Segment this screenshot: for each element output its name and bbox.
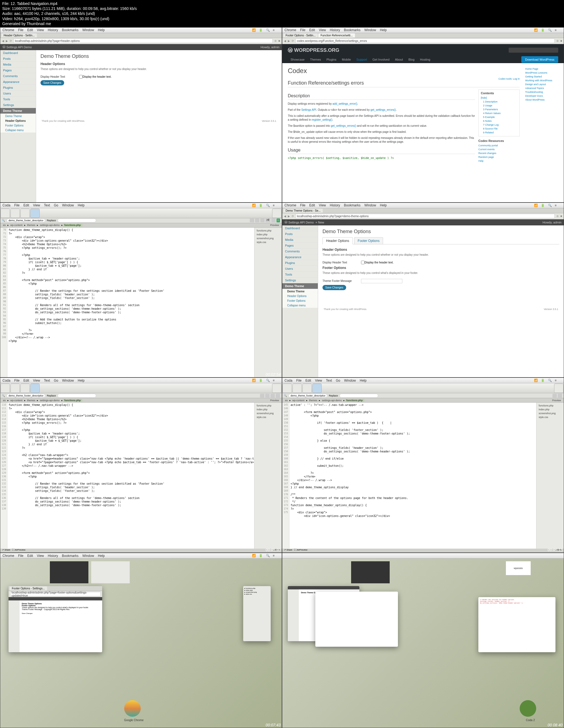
- desktop-thumb-label[interactable]: wpessto: [506, 561, 531, 575]
- nav-blog[interactable]: Blog: [406, 56, 417, 63]
- link-get-settings-errors[interactable]: get_settings_errors(): [370, 108, 396, 111]
- browser-tabbar[interactable]: Footer Options - Settin... Function Refe…: [282, 33, 564, 38]
- coda-sites-icon[interactable]: [1, 209, 10, 218]
- menubar[interactable]: ChromeFileEditViewHistoryBookmarksWindow…: [282, 28, 564, 33]
- menu-history[interactable]: History: [48, 28, 58, 32]
- display-header-checkbox[interactable]: [361, 261, 364, 264]
- nav-plugins[interactable]: Plugins: [324, 56, 339, 63]
- reload-icon[interactable]: ⟳: [291, 215, 294, 218]
- footer-message-input[interactable]: [361, 279, 402, 283]
- find-input[interactable]: [288, 394, 327, 398]
- wrench-icon[interactable]: ≡: [560, 39, 562, 42]
- expose-window-codex[interactable]: [315, 592, 398, 647]
- sidebar-sub-footer[interactable]: Footer Options: [0, 123, 36, 128]
- sidebar-item-demo-theme[interactable]: Demo Theme: [0, 108, 36, 114]
- sidebar-collapse[interactable]: Collapse menu: [0, 128, 36, 133]
- url-field[interactable]: localhost/wp-admin/admin.php?page=demo-t…: [295, 214, 555, 218]
- forward-icon[interactable]: ▶: [6, 39, 8, 42]
- file-item[interactable]: screenshot.png: [256, 236, 281, 240]
- replace-input[interactable]: [58, 219, 96, 222]
- sidebar-item-users[interactable]: Users: [0, 91, 36, 96]
- sidebar-item-media[interactable]: Media: [0, 62, 36, 68]
- nav-mobile[interactable]: Mobile: [339, 56, 353, 63]
- code-editor[interactable]: function demo_theme_options_display() { …: [7, 228, 254, 378]
- wp-admin-bar[interactable]: Ⓦ Settings API Demo Howdy, admin: [0, 44, 282, 50]
- find-next-icon[interactable]: [255, 219, 260, 222]
- tab-footer-options[interactable]: Footer Options: [354, 237, 383, 244]
- new-button[interactable]: + New: [315, 221, 324, 224]
- coda-files-icon[interactable]: [10, 209, 20, 218]
- wrench-icon[interactable]: ≡: [279, 39, 280, 42]
- code-editor[interactable]: active' : ''; ?>"><!-- /.nav-tab-wrapper…: [289, 403, 536, 549]
- find-input[interactable]: [7, 394, 45, 398]
- menu-app[interactable]: Chrome: [2, 28, 14, 32]
- active-file[interactable]: functions.php: [63, 224, 83, 227]
- expose-window-coda[interactable]: // Render the settings for header option…: [478, 597, 555, 652]
- howdy[interactable]: Howdy, admin: [261, 45, 280, 49]
- nav-getinvolved[interactable]: Get Involved: [370, 56, 392, 63]
- browser-tab-1[interactable]: Footer Options - Settin...: [283, 33, 318, 37]
- sidebar-item-appearance[interactable]: Appearance: [0, 79, 36, 85]
- find-input[interactable]: [7, 219, 45, 222]
- nav-support[interactable]: Support: [353, 56, 370, 63]
- wrench-icon[interactable]: ≡: [560, 215, 562, 218]
- wordpress-logo[interactable]: Ⓦ WORDPRESS.ORG: [288, 47, 339, 53]
- save-button[interactable]: Save Changes: [322, 285, 346, 290]
- sidebar-item-posts[interactable]: Posts: [0, 56, 36, 62]
- replace-all-btn[interactable]: All: [266, 219, 271, 222]
- expose-window-wp[interactable]: Footer Options - Settings... localhost/w…: [9, 586, 102, 652]
- back-icon[interactable]: ◀: [284, 215, 286, 218]
- forward-icon[interactable]: ▶: [288, 39, 290, 42]
- desktop-thumb[interactable]: [351, 561, 390, 583]
- home-icon[interactable]: ⌂: [277, 219, 280, 222]
- forward-icon[interactable]: ▶: [288, 215, 290, 218]
- coda-app-icon[interactable]: [520, 700, 536, 717]
- find-prev-icon[interactable]: [250, 219, 254, 222]
- coda-clips-icon[interactable]: [20, 209, 30, 218]
- menubar[interactable]: Chrome File Edit View History Bookmarks …: [0, 28, 282, 33]
- chrome-app-icon[interactable]: [124, 700, 141, 717]
- display-header-checkbox[interactable]: [79, 75, 83, 79]
- nav-showcase[interactable]: Showcase: [288, 56, 307, 63]
- wporg-search-input[interactable]: [509, 48, 558, 53]
- sidebar-sub-demo[interactable]: Demo Theme: [0, 114, 36, 118]
- browser-tab[interactable]: Header Options - Settin...: [1, 33, 37, 37]
- coda-add-icon[interactable]: [272, 209, 282, 218]
- replace-btn[interactable]: [260, 219, 265, 222]
- coda-editor-icon[interactable]: [30, 209, 40, 218]
- nav-about[interactable]: About: [392, 56, 406, 63]
- sidebar-item-settings[interactable]: Settings: [0, 102, 36, 108]
- code-editor[interactable]: function demo_theme_options_display() { …: [7, 403, 254, 549]
- sidebar-sub-header[interactable]: Header Options: [0, 118, 36, 123]
- expose-window-coda-sidebar[interactable]: ▸ functions.php▸ index.php▸ screenshot.p…: [243, 586, 271, 641]
- url-field[interactable]: localhost/wp-admin/admin.php?page=header…: [14, 39, 273, 43]
- url-field[interactable]: codex.wordpress.org/Function_Reference/s…: [295, 39, 555, 43]
- sidebar-item-tools[interactable]: Tools: [0, 96, 36, 102]
- menu-bookmarks[interactable]: Bookmarks: [62, 28, 79, 32]
- codex-tools[interactable]: Codex tools: Log in: [288, 77, 520, 80]
- file-item[interactable]: functions.php: [256, 229, 281, 233]
- browser-tab-2[interactable]: Function Reference/setti...: [318, 33, 355, 37]
- nav-themes[interactable]: Themes: [307, 56, 324, 63]
- preview-tab[interactable]: Preview: [269, 224, 281, 227]
- back-icon[interactable]: ◀: [2, 39, 4, 42]
- nav-hosting[interactable]: Hosting: [417, 56, 433, 63]
- desktop-thumb[interactable]: [91, 561, 130, 583]
- link-add-settings-error[interactable]: add_settings_error(): [332, 102, 357, 105]
- star-icon[interactable]: ☆: [556, 215, 559, 218]
- star-icon[interactable]: ☆: [556, 39, 559, 42]
- wp-logo-icon[interactable]: Ⓦ: [284, 220, 287, 224]
- reload-icon[interactable]: ⟳: [291, 39, 294, 42]
- menu-file[interactable]: File: [18, 28, 23, 32]
- desktop-thumb[interactable]: [50, 561, 88, 583]
- link-register-setting[interactable]: register_setting(): [312, 118, 332, 121]
- link-settings-api[interactable]: Settings API: [301, 108, 316, 111]
- menubar[interactable]: CodaFileEditViewTextGoWindowHelp 📶 🔋 🔍 ≡: [0, 203, 282, 208]
- star-icon[interactable]: ☆: [274, 39, 277, 42]
- back-icon[interactable]: ◀: [284, 39, 286, 42]
- site-name[interactable]: Settings API Demo: [6, 45, 32, 49]
- reload-icon[interactable]: ⟳: [10, 39, 12, 42]
- sidebar-item-comments[interactable]: Comments: [0, 73, 36, 79]
- file-item[interactable]: index.php: [256, 233, 281, 236]
- menu-edit[interactable]: Edit: [27, 28, 33, 32]
